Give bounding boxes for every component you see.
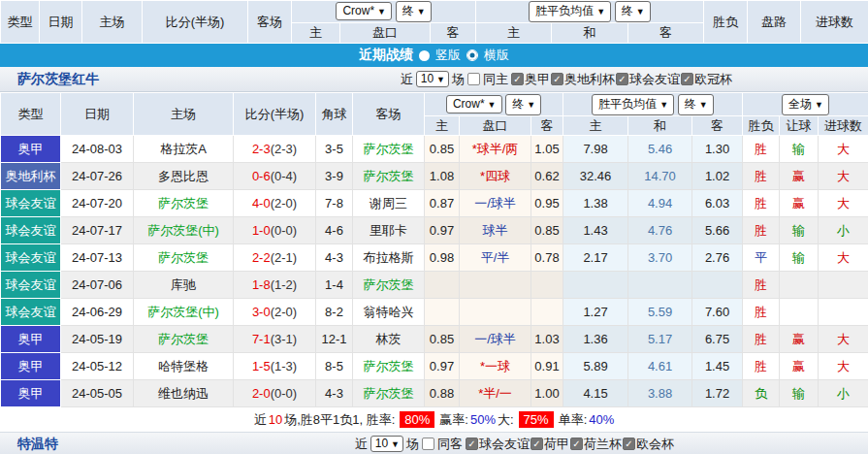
home-team: 萨尔茨堡 — [134, 326, 234, 353]
score-cell: 7-1(3-1) — [234, 326, 316, 353]
score-cell: 2-3(2-3) — [234, 136, 316, 163]
handicap-rate-value: 50% — [470, 412, 496, 427]
mean-away: 1.72 — [692, 380, 743, 407]
win-loss: 负 — [743, 380, 780, 407]
league-type-cell: 球会友谊 — [1, 244, 61, 272]
win-rate-badge: 80% — [400, 411, 434, 428]
odds-subcol-1: 盘口 — [460, 116, 531, 136]
match-date: 24-07-20 — [61, 190, 134, 217]
mean-odds-header: 胜平负均值▼ 终▼ — [563, 93, 743, 116]
chevron-down-icon: ▼ — [699, 100, 708, 110]
table-col-4: 角球 — [316, 93, 353, 136]
goals-over-under: 大 — [819, 136, 868, 163]
league-checkbox[interactable]: ✓ — [623, 438, 635, 450]
chevron-down-icon: ▼ — [391, 439, 400, 449]
odds-company-select[interactable]: Crow*▼ — [336, 2, 392, 20]
mean-away: 2.76 — [692, 244, 743, 272]
table-col-0: 类型 — [1, 93, 61, 136]
half-score: (2-0) — [271, 305, 297, 319]
table-row: 球会友谊24-07-17萨尔茨堡(中)1-0(0-0)4-6里耶卡0.97球半0… — [1, 217, 868, 244]
mean-stage-select[interactable]: 终▼ — [615, 1, 651, 22]
handicap-result: 赢 — [780, 163, 819, 190]
league-type-cell: 球会友谊 — [1, 190, 61, 217]
mean-subcol-1: 和 — [552, 23, 628, 44]
chevron-down-icon: ▼ — [815, 100, 823, 110]
same-venue-checkbox[interactable] — [467, 73, 480, 85]
away-team-filters: 近 10▼ 场 同客 ✓球会友谊✓荷甲✓荷兰杯✓欧会杯 — [355, 436, 868, 453]
vertical-layout-radio[interactable] — [419, 50, 430, 61]
header-col-0: 类型 — [1, 1, 40, 44]
score-cell: 4-0(2-0) — [234, 190, 316, 217]
handicap: 平/半 — [460, 244, 531, 272]
horizontal-layout-label: 横版 — [484, 47, 509, 64]
single-rate-label: 单率: — [559, 411, 588, 429]
home-team: 哈特堡格 — [134, 353, 234, 380]
stats-count: 10 — [269, 412, 282, 427]
home-team: 库驰 — [134, 272, 234, 299]
select-value: 胜平负均值 — [598, 97, 657, 111]
full-score: 2-2 — [252, 250, 271, 265]
mean-draw: 14.70 — [628, 163, 692, 190]
select-value: 终 — [402, 4, 414, 17]
home-team: 萨尔茨堡(中) — [134, 299, 234, 326]
score-cell: 3-0(2-0) — [234, 299, 316, 326]
league-label: 奥地利杯 — [564, 71, 615, 88]
header-col-2: 主场 — [82, 1, 143, 44]
odds-company-select[interactable]: Crow*▼ — [446, 95, 502, 114]
league-checkbox[interactable]: ✓ — [616, 73, 628, 85]
mean-odds-select[interactable]: 胜平负均值▼ — [529, 1, 611, 22]
chevron-down-icon: ▼ — [659, 100, 668, 110]
goals-over-under: 小 — [819, 380, 868, 407]
odds-home: 0.88 — [425, 380, 460, 407]
mean-draw: 5.17 — [628, 326, 692, 353]
league-checkbox[interactable]: ✓ — [511, 73, 524, 85]
handicap: *四球 — [460, 163, 531, 190]
mean-home: 4.15 — [563, 380, 628, 407]
mean-odds-select[interactable]: 胜平负均值▼ — [592, 94, 674, 115]
handicap: *球半/两 — [460, 136, 531, 163]
corners: 8-2 — [316, 299, 353, 326]
match-date: 24-07-13 — [61, 244, 134, 272]
same-venue-checkbox[interactable] — [422, 438, 434, 450]
games-count-select[interactable]: 10▼ — [416, 71, 449, 87]
stats-near: 近 — [254, 411, 267, 429]
league-checkbox[interactable]: ✓ — [530, 438, 543, 450]
odds-home: 0.87 — [425, 190, 460, 217]
select-value: Crow* — [453, 97, 485, 111]
league-checkbox[interactable]: ✓ — [466, 438, 478, 450]
over-rate-badge: 75% — [519, 411, 554, 428]
away-team: 翁特哈兴 — [353, 299, 425, 326]
full-score: 1-0 — [252, 223, 271, 238]
league-checkbox[interactable]: ✓ — [570, 438, 583, 450]
half-score: (1-2) — [271, 277, 297, 292]
handicap: *一球 — [460, 353, 531, 380]
odds-stage-select[interactable]: 终▼ — [505, 94, 541, 115]
corners: 4-6 — [316, 217, 353, 244]
league-checkbox[interactable]: ✓ — [681, 73, 693, 85]
match-date: 24-07-17 — [61, 217, 134, 244]
fulltime-select[interactable]: 全场▼ — [782, 94, 829, 115]
odds-home: 0.98 — [425, 244, 460, 272]
horizontal-layout-radio[interactable] — [466, 49, 478, 61]
header-col-4: 客场 — [248, 1, 292, 44]
league-type-cell: 奥甲 — [1, 136, 61, 163]
chevron-down-icon: ▼ — [488, 100, 497, 110]
mean-home: 32.46 — [563, 163, 628, 190]
table-row: 奥甲24-08-03格拉茨A2-3(2-3)3-5萨尔茨堡0.85*球半/两1.… — [1, 136, 868, 163]
mean-away: 7.60 — [692, 299, 743, 326]
handicap-result: 输 — [780, 136, 819, 163]
mean-home: 2.17 — [563, 244, 628, 272]
league-checkbox[interactable]: ✓ — [551, 73, 563, 85]
home-team: 多恩比恩 — [134, 163, 234, 190]
chevron-down-icon: ▼ — [436, 75, 445, 84]
score-cell: 2-2(2-1) — [234, 244, 316, 272]
games-count-select[interactable]: 10▼ — [370, 436, 403, 452]
header-tail-1: 盘路 — [748, 1, 801, 44]
mean-home: 5.89 — [563, 353, 628, 380]
odds-subcol-0: 主 — [425, 116, 460, 136]
mean-stage-select[interactable]: 终▼ — [678, 94, 714, 115]
table-col-1: 日期 — [61, 93, 134, 136]
odds-stage-select[interactable]: 终▼ — [396, 1, 432, 22]
full-score: 1-8 — [252, 277, 271, 292]
score-cell: 1-5(1-3) — [234, 353, 316, 380]
